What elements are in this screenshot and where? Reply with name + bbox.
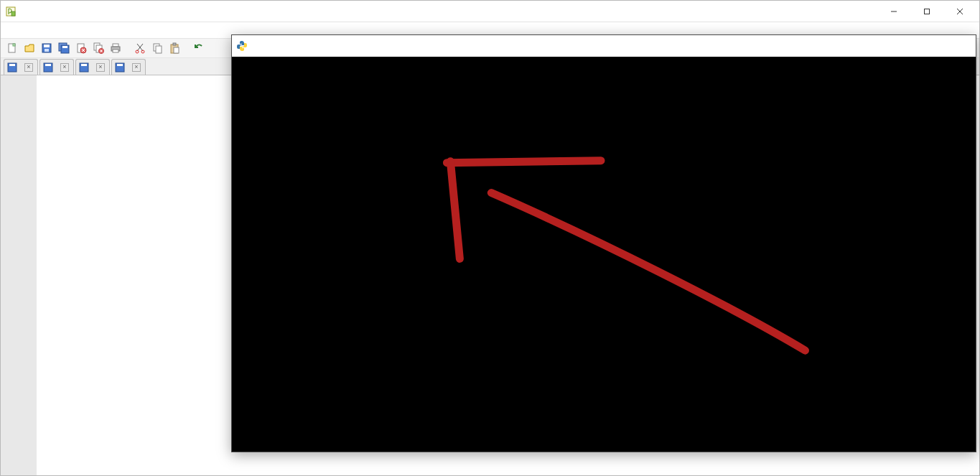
svg-rect-9 <box>44 45 50 47</box>
minimize-button[interactable] <box>877 1 910 22</box>
save-icon[interactable] <box>39 41 54 55</box>
open-file-icon[interactable] <box>22 41 37 55</box>
menu-search[interactable] <box>29 29 42 32</box>
print-icon[interactable] <box>108 41 123 55</box>
svg-rect-34 <box>174 47 179 53</box>
menu-run[interactable] <box>120 29 133 32</box>
menu-view[interactable] <box>42 29 55 32</box>
menu-file[interactable] <box>4 29 17 32</box>
tab-close-icon[interactable]: × <box>24 63 33 72</box>
svg-rect-25 <box>113 50 118 52</box>
svg-rect-31 <box>156 46 162 53</box>
svg-rect-42 <box>117 64 123 66</box>
notepadpp-titlebar <box>1 1 979 22</box>
close-file-icon[interactable] <box>74 41 88 55</box>
disk-icon <box>79 62 89 73</box>
menu-edit[interactable] <box>17 29 29 32</box>
python-console-output[interactable] <box>232 57 976 452</box>
svg-rect-38 <box>45 64 51 66</box>
menu-help[interactable] <box>159 29 172 32</box>
menu-encoding[interactable] <box>55 29 68 32</box>
new-file-icon[interactable] <box>5 41 19 55</box>
close-button[interactable] <box>943 1 976 22</box>
menu-tools[interactable] <box>94 29 107 32</box>
doctab-new3[interactable]: × <box>39 59 74 75</box>
tab-close-icon[interactable]: × <box>132 63 141 72</box>
close-all-icon[interactable] <box>91 41 106 55</box>
notepadpp-app-icon <box>5 6 17 17</box>
svg-rect-7 <box>13 44 15 46</box>
svg-rect-36 <box>9 64 15 66</box>
doctab-new2[interactable]: × <box>75 59 110 75</box>
disk-icon <box>43 62 53 73</box>
disk-icon <box>7 62 17 73</box>
tab-close-icon[interactable]: × <box>60 63 69 72</box>
maximize-button[interactable] <box>910 1 943 22</box>
python-console-titlebar <box>232 35 976 57</box>
svg-rect-33 <box>173 43 176 45</box>
paste-icon[interactable] <box>167 41 182 55</box>
doctab-new4[interactable]: × <box>111 59 146 75</box>
python-app-icon <box>236 40 248 52</box>
line-number-gutter <box>1 75 37 475</box>
python-console-window <box>231 34 976 452</box>
window-controls <box>877 1 976 22</box>
menu-window[interactable] <box>146 29 159 32</box>
menu-plugins[interactable] <box>133 29 146 32</box>
menu-language[interactable] <box>68 29 81 32</box>
svg-rect-10 <box>45 49 49 52</box>
menu-macro[interactable] <box>107 29 120 32</box>
tab-close-icon[interactable]: × <box>96 63 105 72</box>
cut-icon[interactable] <box>133 41 147 55</box>
save-all-icon[interactable] <box>57 41 71 55</box>
doctab-new1[interactable]: × <box>4 59 38 75</box>
svg-rect-1 <box>11 11 15 16</box>
svg-rect-3 <box>925 9 930 14</box>
disk-icon <box>115 62 125 73</box>
svg-rect-13 <box>62 46 67 48</box>
menu-settings[interactable] <box>81 29 94 32</box>
svg-rect-40 <box>81 64 87 66</box>
copy-icon[interactable] <box>150 41 164 55</box>
undo-icon[interactable] <box>192 41 206 55</box>
svg-rect-23 <box>113 44 118 47</box>
